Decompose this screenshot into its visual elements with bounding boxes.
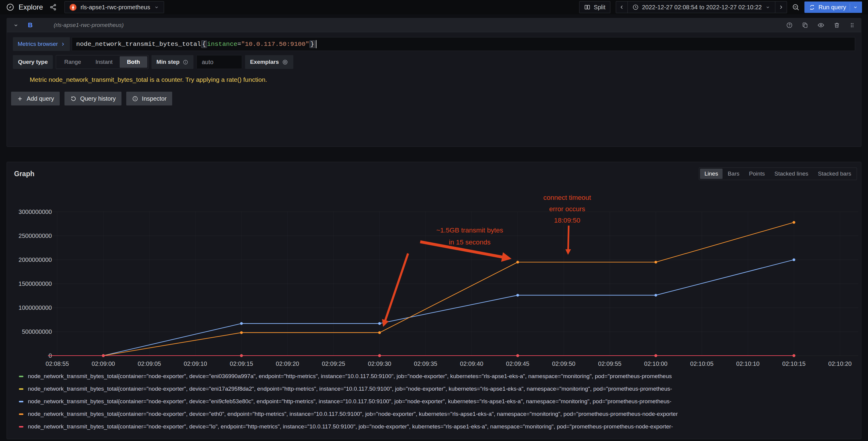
- datasource-picker[interactable]: rls-apse1-rwc-prometheus: [64, 1, 164, 13]
- query-options-row: Query type Range Instant Both Min step a…: [13, 55, 855, 69]
- explore-compass-icon: [6, 3, 14, 11]
- legend-swatch: [19, 388, 23, 390]
- inspector-button[interactable]: Inspector: [126, 92, 172, 105]
- legend-row[interactable]: node_network_transmit_bytes_total{contai…: [19, 420, 859, 433]
- graph-mode-tabs: LinesBarsPointsStacked linesStacked bars: [699, 167, 857, 180]
- metrics-browser-label: Metrics browser: [18, 41, 58, 47]
- query-type-instant[interactable]: Instant: [88, 56, 120, 68]
- time-back-button[interactable]: [616, 1, 628, 13]
- graph-mode-tab-stacked-bars[interactable]: Stacked bars: [813, 169, 856, 179]
- time-forward-button[interactable]: [775, 1, 787, 13]
- query-expression-input[interactable]: node_network_transmit_bytes_total{instan…: [72, 37, 855, 51]
- graph-mode-tab-points[interactable]: Points: [744, 169, 769, 179]
- duplicate-query-icon[interactable]: [802, 22, 808, 29]
- collapse-query-icon[interactable]: [13, 22, 19, 28]
- split-button[interactable]: Split: [579, 1, 610, 13]
- legend-series-label[interactable]: node_network_transmit_bytes_total{contai…: [28, 373, 672, 380]
- legend-swatch: [19, 413, 23, 415]
- graph-mode-tab-stacked-lines[interactable]: Stacked lines: [770, 169, 813, 179]
- graph-mode-tab-lines[interactable]: Lines: [700, 169, 722, 179]
- text-cursor: [316, 40, 316, 48]
- svg-text:02:09:20: 02:09:20: [276, 361, 299, 367]
- query-type-selector: Range Instant Both: [56, 55, 148, 69]
- topbar-left: Explore rls-apse1-rwc-prometheus: [6, 1, 164, 13]
- disable-query-eye-icon[interactable]: [817, 22, 825, 29]
- share-icon[interactable]: [50, 4, 57, 11]
- query-rbrace-token: }: [310, 40, 315, 48]
- timeseries-chart[interactable]: 02:08:5502:09:0002:09:0502:09:1002:09:15…: [9, 192, 861, 372]
- svg-text:1500000000: 1500000000: [19, 280, 52, 287]
- legend-row[interactable]: node_network_transmit_bytes_total{contai…: [19, 382, 859, 395]
- legend-series-label[interactable]: node_network_transmit_bytes_total{contai…: [28, 423, 673, 430]
- svg-text:02:09:30: 02:09:30: [368, 361, 392, 367]
- svg-text:02:09:45: 02:09:45: [506, 361, 529, 367]
- chevron-down-icon: [765, 4, 771, 10]
- run-query-dropdown[interactable]: [850, 4, 861, 11]
- query-label-token: instance: [207, 41, 238, 48]
- svg-text:02:09:00: 02:09:00: [92, 361, 115, 367]
- run-query-label: Run query: [818, 4, 846, 11]
- query-row-actions: [786, 22, 855, 29]
- refresh-icon: [809, 4, 815, 10]
- info-circle-icon: [132, 96, 138, 102]
- datasource-name: rls-apse1-rwc-prometheus: [81, 4, 150, 11]
- run-query-button[interactable]: Run query: [804, 1, 862, 13]
- graph-panel-title: Graph: [14, 170, 34, 178]
- query-datasource-hint: (rls-apse1-rwc-prometheus): [54, 22, 124, 29]
- delete-query-trash-icon[interactable]: [834, 22, 840, 29]
- svg-text:02:09:50: 02:09:50: [552, 361, 576, 367]
- svg-text:02:09:25: 02:09:25: [322, 361, 345, 367]
- legend-series-label[interactable]: node_network_transmit_bytes_total{contai…: [28, 385, 672, 392]
- query-editor-panel: B (rls-apse1-rwc-prometheus): [7, 18, 861, 147]
- topbar-right: Split 2022-12-27 02:08:54 to 2022-12-27 …: [579, 1, 862, 13]
- legend-row[interactable]: node_network_transmit_bytes_total{contai…: [19, 408, 859, 420]
- page-title: Explore: [19, 3, 43, 11]
- query-actions-row: Add query Query history Inspector: [11, 92, 855, 105]
- query-metric-token: node_network_transmit_bytes_total: [76, 41, 201, 48]
- info-icon: [183, 59, 188, 65]
- query-ref-id: B: [28, 21, 33, 29]
- svg-text:02:08:55: 02:08:55: [45, 361, 69, 367]
- chevron-left-icon: [619, 4, 625, 10]
- svg-text:02:09:10: 02:09:10: [184, 361, 207, 367]
- metrics-browser-button[interactable]: Metrics browser: [13, 37, 70, 51]
- history-icon: [70, 96, 76, 102]
- legend-series-label[interactable]: node_network_transmit_bytes_total{contai…: [28, 398, 672, 405]
- chevron-down-icon: [853, 4, 858, 10]
- query-type-range[interactable]: Range: [57, 56, 88, 68]
- legend-swatch: [19, 401, 23, 402]
- query-lbrace-token: {: [201, 40, 207, 48]
- legend-row[interactable]: node_network_transmit_bytes_total{contai…: [19, 395, 859, 408]
- min-step-input[interactable]: auto: [196, 55, 242, 69]
- svg-text:2000000000: 2000000000: [19, 257, 52, 263]
- zoom-out-button[interactable]: [792, 3, 800, 11]
- help-icon[interactable]: [786, 22, 793, 29]
- svg-text:02:09:55: 02:09:55: [598, 361, 621, 367]
- legend-swatch: [19, 426, 23, 428]
- svg-text:02:10:15: 02:10:15: [782, 361, 806, 367]
- split-icon: [584, 4, 591, 10]
- svg-text:02:10:05: 02:10:05: [690, 361, 714, 367]
- svg-text:02:09:05: 02:09:05: [138, 361, 161, 367]
- legend-series-label[interactable]: node_network_transmit_bytes_total{contai…: [28, 411, 678, 417]
- drag-handle-icon[interactable]: [849, 22, 855, 28]
- query-row-header: B (rls-apse1-rwc-prometheus): [7, 18, 861, 32]
- chevron-down-icon: [154, 4, 159, 10]
- svg-text:02:10:00: 02:10:00: [644, 361, 668, 367]
- magnifier-minus-icon: [792, 3, 800, 11]
- chevron-right-icon: [778, 4, 784, 10]
- graph-mode-tab-bars[interactable]: Bars: [723, 169, 744, 179]
- query-expression-row: Metrics browser node_network_transmit_by…: [13, 37, 855, 51]
- svg-text:500000000: 500000000: [22, 328, 52, 335]
- bullseye-icon: [282, 59, 288, 65]
- legend-swatch: [19, 376, 23, 377]
- exemplars-toggle[interactable]: Exemplars: [245, 55, 293, 69]
- query-type-both[interactable]: Both: [120, 56, 147, 68]
- time-range-text: 2022-12-27 02:08:54 to 2022-12-27 02:10:…: [642, 4, 762, 11]
- svg-text:02:09:15: 02:09:15: [230, 361, 253, 367]
- add-query-button[interactable]: Add query: [11, 92, 60, 105]
- query-history-button[interactable]: Query history: [64, 92, 121, 105]
- legend-row[interactable]: node_network_transmit_bytes_total{contai…: [19, 370, 859, 382]
- svg-text:2500000000: 2500000000: [19, 233, 52, 239]
- time-range-button[interactable]: 2022-12-27 02:08:54 to 2022-12-27 02:10:…: [627, 1, 775, 13]
